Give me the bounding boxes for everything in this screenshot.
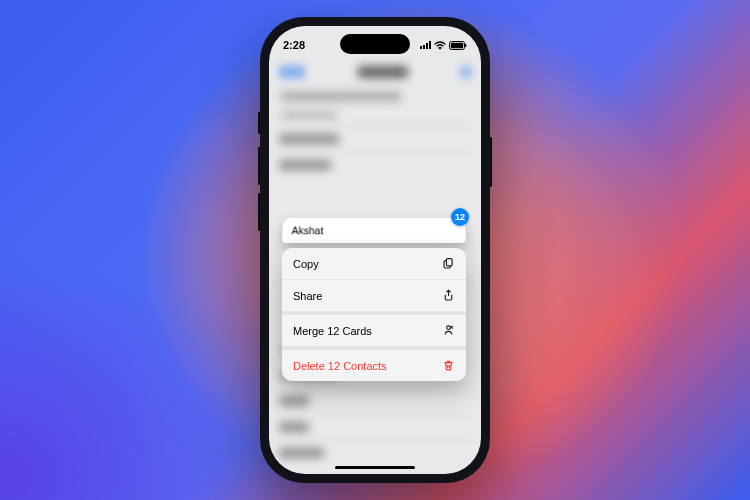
side-button-vol-up bbox=[258, 147, 260, 185]
selected-contact-name: Akshat bbox=[291, 225, 323, 237]
menu-label: Delete 12 Contacts bbox=[293, 360, 387, 372]
svg-rect-4 bbox=[446, 259, 452, 266]
menu-item-share[interactable]: Share bbox=[282, 279, 466, 311]
side-button-silent bbox=[258, 112, 260, 134]
menu-label: Copy bbox=[293, 258, 319, 270]
side-button-vol-down bbox=[258, 193, 260, 231]
phone-screen: 2:28 bbox=[269, 26, 481, 474]
svg-point-5 bbox=[447, 326, 451, 330]
phone-frame: 2:28 bbox=[260, 17, 490, 483]
menu-label: Merge 12 Cards bbox=[293, 325, 372, 337]
share-icon bbox=[442, 289, 455, 302]
merge-icon bbox=[442, 324, 455, 337]
menu-item-delete[interactable]: Delete 12 Contacts bbox=[282, 346, 466, 381]
selected-contact-chip[interactable]: Akshat bbox=[282, 218, 466, 243]
side-button-power bbox=[490, 137, 492, 187]
menu-item-copy[interactable]: Copy bbox=[282, 248, 466, 279]
context-menu: Copy Share Merge 12 Cards Delete 12 Cont… bbox=[282, 248, 466, 381]
trash-icon bbox=[442, 359, 455, 372]
copy-icon bbox=[442, 257, 455, 270]
selection-count-badge: 12 bbox=[451, 208, 469, 226]
menu-label: Share bbox=[293, 290, 322, 302]
menu-item-merge[interactable]: Merge 12 Cards bbox=[282, 311, 466, 346]
wallpaper-background: 2:28 bbox=[0, 0, 750, 500]
home-indicator[interactable] bbox=[335, 466, 415, 469]
